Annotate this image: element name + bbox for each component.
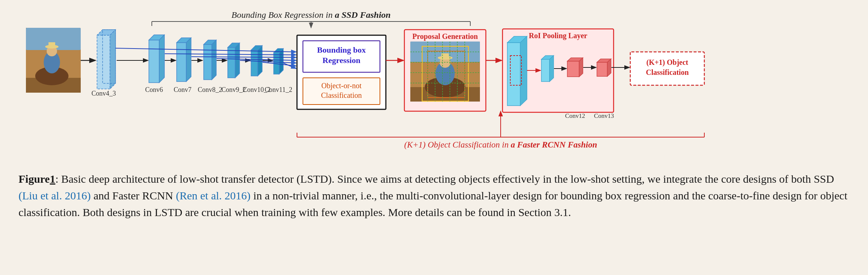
svg-text:Conv13: Conv13 [594, 112, 614, 119]
svg-text:Proposal Generation: Proposal Generation [413, 32, 478, 41]
diagram-area: Bounding Box Regression in a SSD Fashion [15, 7, 853, 163]
svg-text:Conv8_2: Conv8_2 [198, 86, 222, 93]
main-container: Bounding Box Regression in a SSD Fashion [0, 0, 868, 275]
svg-marker-22 [159, 35, 164, 83]
caption-text-1: : Basic deep architecture of low-shot tr… [55, 173, 834, 185]
svg-marker-42 [258, 46, 262, 76]
citation-2[interactable]: (Ren et al. 2016) [176, 189, 251, 202]
svg-marker-16 [110, 30, 116, 89]
svg-text:Conv12: Conv12 [565, 112, 585, 119]
svg-text:Conv9_2: Conv9_2 [221, 86, 246, 93]
svg-text:Bounding box: Bounding box [317, 45, 365, 54]
svg-rect-14 [97, 35, 110, 89]
svg-marker-32 [212, 40, 216, 80]
svg-text:RoI Pooling Layer: RoI Pooling Layer [529, 32, 587, 40]
svg-text:(K+1) Object Classification in: (K+1) Object Classification in a Faster … [404, 140, 597, 149]
diagram-svg: Bounding Box Regression in a SSD Fashion [15, 7, 853, 161]
svg-marker-91 [520, 36, 527, 106]
figure-number: 1 [50, 173, 55, 185]
caption-area: Figure1: Basic deep architecture of low-… [15, 170, 853, 221]
svg-marker-27 [186, 38, 191, 82]
svg-text:Classification: Classification [646, 68, 689, 76]
svg-text:Regression: Regression [323, 56, 360, 65]
figure-label: Figure [19, 173, 50, 185]
figure-caption: Figure1: Basic deep architecture of low-… [19, 170, 849, 221]
citation-1[interactable]: (Liu et al. 2016) [19, 189, 91, 202]
svg-text:Conv4_3: Conv4_3 [91, 90, 116, 97]
svg-marker-37 [235, 43, 240, 78]
caption-text-2: and Faster RCNN [91, 189, 176, 202]
svg-text:Object-or-not: Object-or-not [321, 82, 362, 90]
svg-marker-47 [279, 49, 283, 74]
svg-rect-40 [251, 50, 258, 76]
svg-rect-35 [228, 47, 235, 78]
svg-rect-89 [507, 43, 520, 106]
svg-rect-20 [149, 40, 159, 83]
svg-rect-12 [49, 42, 55, 47]
svg-text:(K+1) Object: (K+1) Object [646, 58, 688, 67]
svg-rect-25 [177, 43, 186, 82]
svg-text:Classification: Classification [321, 91, 362, 99]
svg-rect-102 [597, 62, 607, 76]
svg-marker-100 [579, 58, 583, 77]
svg-rect-98 [567, 61, 579, 77]
svg-text:Conv11_2: Conv11_2 [265, 86, 292, 93]
svg-text:Bounding Box Regression in 
  : Bounding Box Regression in a SSD Fashion [231, 10, 391, 20]
svg-marker-104 [607, 59, 611, 76]
svg-marker-96 [550, 56, 554, 82]
svg-text:Conv7: Conv7 [174, 86, 191, 93]
svg-text:Conv6: Conv6 [145, 86, 163, 93]
svg-rect-94 [541, 59, 550, 82]
